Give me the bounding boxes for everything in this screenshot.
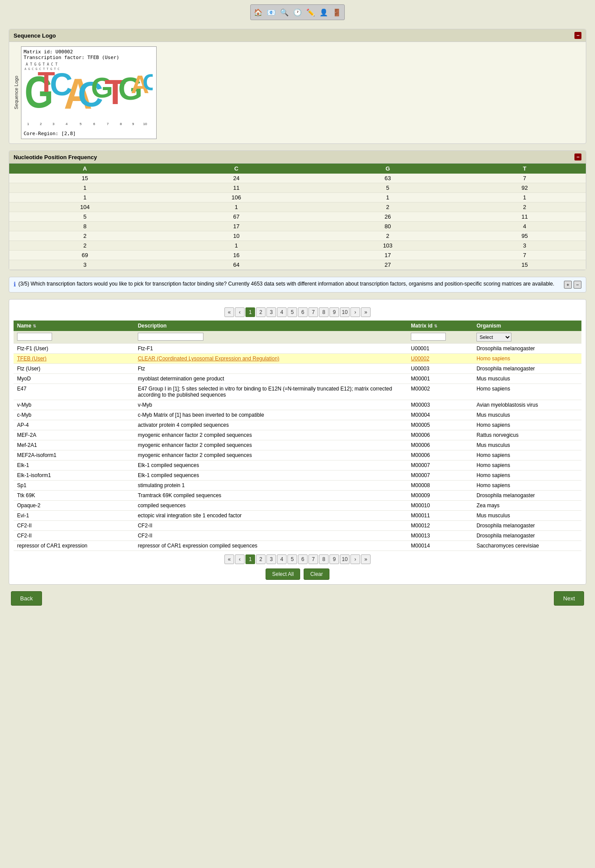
table-row[interactable]: AP-4activator protein 4 compiled sequenc… <box>14 420 581 430</box>
table-row[interactable]: Ftz (User)FtzU00003Drosophila melanogast… <box>14 364 581 374</box>
table-row[interactable]: CF2-IICF2-IIM00013Drosophila melanogaste… <box>14 531 581 541</box>
info-plus-button[interactable]: + <box>564 281 572 289</box>
action-buttons: Select All Clear <box>14 568 581 580</box>
pagination-page[interactable]: 2 <box>256 554 266 564</box>
table-row[interactable]: Evi-1ectopic viral integration site 1 en… <box>14 511 581 521</box>
pagination-page[interactable]: 5 <box>287 307 297 317</box>
organism-cell: Drosophila melanogaster <box>473 364 581 374</box>
pagination-prev[interactable]: ‹ <box>235 554 245 564</box>
user-icon[interactable]: 👤 <box>318 6 330 18</box>
pagination-page[interactable]: 8 <box>319 307 329 317</box>
pagination-last[interactable]: » <box>361 307 371 317</box>
table-row[interactable]: Mef-2A1myogenic enhancer factor 2 compil… <box>14 440 581 450</box>
name-cell: MEF-2A <box>14 430 134 440</box>
organism-cell: Homo sapiens <box>473 420 581 430</box>
col-description-header: Description <box>134 321 407 331</box>
table-row[interactable]: repressor of CAR1 expressionrepressor of… <box>14 541 581 551</box>
table-row[interactable]: TFEB (User)CLEAR (Coordinated Lysosomal … <box>14 354 581 364</box>
freq-cell: 11 <box>463 212 586 222</box>
col-name-header: Name ⇅ <box>14 321 134 331</box>
table-row[interactable]: MEF2A-isoform1myogenic enhancer factor 2… <box>14 450 581 460</box>
pagination-page[interactable]: 8 <box>319 554 329 564</box>
freq-cell: 5 <box>312 183 463 193</box>
name-filter-input[interactable] <box>17 333 52 341</box>
matrix-filter-input[interactable] <box>411 333 446 341</box>
matrix-id-cell: M00013 <box>407 531 473 541</box>
freq-cell: 7 <box>463 174 586 183</box>
pagination-last[interactable]: » <box>361 554 371 564</box>
pagination-first[interactable]: « <box>224 554 234 564</box>
pagination-page[interactable]: 7 <box>308 307 318 317</box>
pagination-page[interactable]: 7 <box>308 554 318 564</box>
freq-cell: 67 <box>161 212 312 222</box>
pagination-page[interactable]: 10 <box>340 307 350 317</box>
exit-icon[interactable]: 🚪 <box>331 6 343 18</box>
table-row[interactable]: MEF-2Amyogenic enhancer factor 2 compile… <box>14 430 581 440</box>
edit-icon[interactable]: ✏️ <box>304 6 317 18</box>
svg-text:4: 4 <box>66 122 68 126</box>
freq-cell: 1 <box>161 241 312 251</box>
next-button[interactable]: Next <box>554 591 584 606</box>
matrix-id-cell: U00003 <box>407 364 473 374</box>
pagination-page[interactable]: 4 <box>277 307 287 317</box>
table-row[interactable]: Ftz-F1 (User)Ftz-F1U00001Drosophila mela… <box>14 344 581 354</box>
description-cell: CF2-II <box>134 521 407 531</box>
description-cell: c-Myb Matrix of [1] has been inverted to… <box>134 410 407 420</box>
freq-cell: 8 <box>9 222 161 231</box>
pagination-page[interactable]: 3 <box>266 307 276 317</box>
pagination-prev[interactable]: ‹ <box>235 307 245 317</box>
pagination-page[interactable]: 4 <box>277 554 287 564</box>
table-row[interactable]: c-Mybc-Myb Matrix of [1] has been invert… <box>14 410 581 420</box>
info-icon: ℹ <box>14 281 16 288</box>
pagination-page[interactable]: 10 <box>340 554 350 564</box>
pagination-page[interactable]: 9 <box>329 554 339 564</box>
nucleotide-freq-toggle[interactable]: − <box>574 153 581 160</box>
name-cell: repressor of CAR1 expression <box>14 541 134 551</box>
search-icon[interactable]: 🔍 <box>278 6 290 18</box>
table-row[interactable]: Elk-1Elk-1 compiled sequencesM00007Homo … <box>14 460 581 471</box>
col-organism-header: Organism <box>473 321 581 331</box>
description-cell: CF2-II <box>134 531 407 541</box>
name-sort-icon[interactable]: ⇅ <box>33 324 36 328</box>
matrix-sort-icon[interactable]: ⇅ <box>434 324 438 328</box>
info-minus-button[interactable]: − <box>574 281 581 289</box>
table-row[interactable]: MyoDmyoblast determination gene productM… <box>14 374 581 384</box>
pagination-page[interactable]: 1 <box>245 554 255 564</box>
pagination-next[interactable]: › <box>350 554 360 564</box>
pagination-page[interactable]: 6 <box>298 554 308 564</box>
pagination-next[interactable]: › <box>350 307 360 317</box>
clear-button[interactable]: Clear <box>304 568 329 580</box>
matrix-id-cell: M00002 <box>407 384 473 400</box>
table-row[interactable]: v-Mybv-MybM00003Avian myeloblastosis vir… <box>14 400 581 410</box>
table-row[interactable]: Elk-1-isoform1Elk-1 compiled sequencesM0… <box>14 471 581 481</box>
table-row[interactable]: CF2-IICF2-IIM00012Drosophila melanogaste… <box>14 521 581 531</box>
matrix-id-cell: M00003 <box>407 400 473 410</box>
pagination-page[interactable]: 9 <box>329 307 339 317</box>
table-row[interactable]: E47E47 Group I in [1]; 5 sites selected … <box>14 384 581 400</box>
table-row[interactable]: Sp1stimulating protein 1M00008Homo sapie… <box>14 481 581 491</box>
table-row[interactable]: Opaque-2compiled sequencesM00010Zea mays <box>14 501 581 511</box>
description-cell: myogenic enhancer factor 2 compiled sequ… <box>134 450 407 460</box>
freq-cell: 10 <box>161 231 312 241</box>
clock-icon[interactable]: 🕐 <box>291 6 304 18</box>
pagination-page[interactable]: 2 <box>256 307 266 317</box>
pagination-page[interactable]: 3 <box>266 554 276 564</box>
organism-cell: Drosophila melanogaster <box>473 344 581 354</box>
pagination-page[interactable]: 1 <box>245 307 255 317</box>
pagination-page[interactable]: 6 <box>298 307 308 317</box>
pagination-page[interactable]: 5 <box>287 554 297 564</box>
select-all-button[interactable]: Select All <box>266 568 300 580</box>
freq-cell: 1 <box>161 202 312 212</box>
back-button[interactable]: Back <box>11 591 42 606</box>
sequence-logo-toggle[interactable]: − <box>574 32 581 39</box>
table-row[interactable]: Ttk 69KTramtrack 69K compiled sequencesM… <box>14 491 581 501</box>
email-icon[interactable]: 📧 <box>265 6 277 18</box>
organism-filter-select[interactable]: Select Drosophila melanogaster Homo sapi… <box>476 333 511 342</box>
pagination-first[interactable]: « <box>224 307 234 317</box>
col-header-a: A <box>9 164 161 174</box>
organism-cell: Mus musculus <box>473 410 581 420</box>
desc-filter-input[interactable] <box>138 333 203 341</box>
home-icon[interactable]: 🏠 <box>252 6 264 18</box>
nucleotide-freq-body: A C G T 15246371115921106111041225672611… <box>9 164 586 270</box>
freq-cell: 80 <box>312 222 463 231</box>
